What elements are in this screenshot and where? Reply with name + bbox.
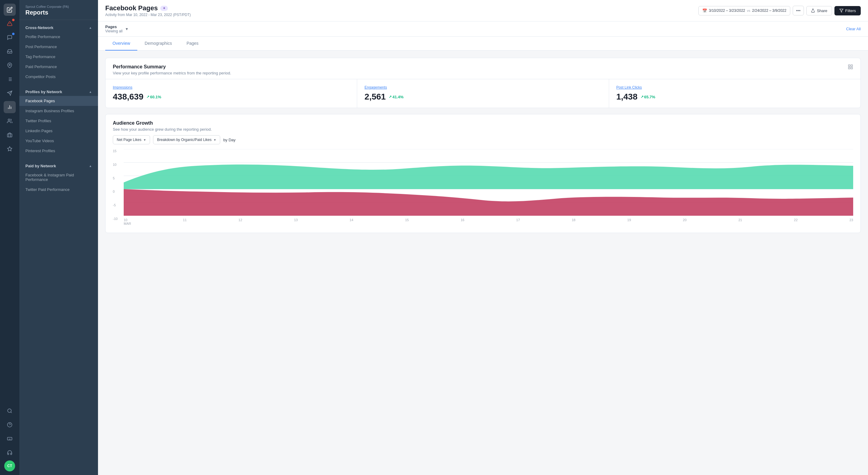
vs-label: vs <box>747 9 750 12</box>
y-label-5: 5 <box>113 176 122 180</box>
sidebar-item-twitter-paid[interactable]: Twitter Paid Performance <box>19 184 98 195</box>
date-range-text: 3/10/2022 – 3/23/2022 <box>709 8 745 13</box>
sidebar-item-linkedin-pages[interactable]: LinkedIn Pages <box>19 126 98 136</box>
breakdown-select-label: Breakdown by Organic/Paid Likes <box>157 138 211 142</box>
share-icon <box>811 8 815 13</box>
sidebar-item-pinterest-profiles[interactable]: Pinterest Profiles <box>19 146 98 156</box>
content-area: Performance Summary View your key profil… <box>98 51 868 475</box>
tasks-icon[interactable] <box>4 73 16 85</box>
engagements-value-row: 2,561 41.4% <box>365 92 601 102</box>
more-button[interactable]: ••• <box>793 6 804 16</box>
engagements-metric: Engagements 2,561 41.4% <box>357 79 609 108</box>
tab-overview[interactable]: Overview <box>105 37 137 51</box>
x-label-17: 17 <box>516 218 520 226</box>
filters-label: Filters <box>845 8 856 13</box>
send-icon[interactable] <box>4 87 16 99</box>
tab-demographics[interactable]: Demographics <box>137 37 179 51</box>
chart-svg-wrap <box>124 149 853 217</box>
x-label-20: 20 <box>683 218 686 226</box>
sidebar-item-profile-performance[interactable]: Profile Performance <box>19 32 98 42</box>
svg-rect-24 <box>848 65 850 66</box>
sidebar-header: Sprout Coffee Corporate (PA) Reports <box>19 0 98 20</box>
post-link-clicks-value-row: 1,438 65.7% <box>616 92 853 102</box>
cross-network-header[interactable]: Cross-Network ▲ <box>19 22 98 32</box>
engagements-change: 41.4% <box>389 95 403 99</box>
metric-select-label: Net Page Likes <box>117 138 141 142</box>
reports-icon[interactable] <box>4 101 16 113</box>
share-label: Share <box>817 8 828 13</box>
x-label-13: 13 <box>294 218 298 226</box>
alert-icon[interactable] <box>4 18 16 30</box>
groups-icon[interactable] <box>4 115 16 127</box>
support-icon[interactable] <box>4 447 16 459</box>
sidebar-item-youtube-videos[interactable]: YouTube Videos <box>19 136 98 146</box>
svg-marker-23 <box>840 9 843 12</box>
engagements-label[interactable]: Engagements <box>365 85 601 90</box>
profiles-by-network-header[interactable]: Profiles by Network ▲ <box>19 87 98 96</box>
impressions-value-row: 438,639 60.1% <box>113 92 350 102</box>
pages-filter-button[interactable]: Pages Viewing all ▼ <box>105 25 128 33</box>
main-content: Facebook Pages ✦ Activity from Mar 10, 2… <box>98 0 868 475</box>
pins-icon[interactable] <box>4 59 16 71</box>
metrics-row: Impressions 438,639 60.1% Engagements 2,… <box>105 79 861 108</box>
page-title-wrap: Facebook Pages ✦ Activity from Mar 10, 2… <box>105 4 693 17</box>
x-label-19: 19 <box>627 218 631 226</box>
impressions-label[interactable]: Impressions <box>113 85 350 90</box>
inbox-icon[interactable] <box>4 46 16 58</box>
x-label-10: 10MAR <box>124 218 131 226</box>
filters-button[interactable]: Filters <box>834 6 861 16</box>
x-label-11: 11 <box>183 218 187 226</box>
messages-icon[interactable] <box>4 31 16 43</box>
performance-summary-header: Performance Summary View your key profil… <box>105 58 861 79</box>
help-icon[interactable] <box>4 419 16 431</box>
sidebar-item-paid-performance[interactable]: Paid Performance <box>19 62 98 72</box>
search-icon[interactable] <box>4 405 16 417</box>
avatar[interactable]: CT <box>4 461 15 471</box>
icon-rail: CT <box>0 0 19 475</box>
svg-marker-16 <box>7 147 12 151</box>
keyboard-icon[interactable] <box>4 433 16 445</box>
share-button[interactable]: Share <box>806 6 832 16</box>
pages-label: Pages <box>105 25 123 29</box>
svg-point-14 <box>8 119 10 121</box>
chart-area: 15 10 5 0 -5 -10 <box>105 149 861 233</box>
paid-by-network-label: Paid by Network <box>25 164 56 168</box>
date-range-button[interactable]: 📅 3/10/2022 – 3/23/2022 vs 2/24/2022 – 3… <box>698 6 790 16</box>
breakdown-select-arrow: ▼ <box>213 138 216 142</box>
sidebar-item-facebook-pages[interactable]: Facebook Pages <box>19 96 98 106</box>
sidebar-item-twitter-profiles[interactable]: Twitter Profiles <box>19 116 98 126</box>
post-link-clicks-value: 1,438 <box>616 92 638 102</box>
post-link-clicks-label[interactable]: Post Link Clicks <box>616 85 853 90</box>
sidebar-item-competitor-posts[interactable]: Competitor Posts <box>19 72 98 82</box>
performance-summary-title-wrap: Performance Summary View your key profil… <box>113 64 231 75</box>
table-layout-icon[interactable] <box>848 64 853 71</box>
tab-pages[interactable]: Pages <box>179 37 206 51</box>
page-subtitle: Activity from Mar 10, 2022 - Mar 23, 202… <box>105 13 693 17</box>
briefcase-icon[interactable] <box>4 129 16 141</box>
topbar-actions: 📅 3/10/2022 – 3/23/2022 vs 2/24/2022 – 3… <box>698 6 861 16</box>
chart-y-axis: 15 10 5 0 -5 -10 <box>113 149 122 220</box>
sidebar-item-fb-ig-paid[interactable]: Facebook & Instagram Paid Performance <box>19 170 98 184</box>
metric-select-button[interactable]: Net Page Likes ▼ <box>113 135 150 144</box>
sidebar: Sprout Coffee Corporate (PA) Reports Cro… <box>19 0 98 475</box>
audience-growth-subtitle: See how your audience grew during the re… <box>113 127 212 131</box>
topbar: Facebook Pages ✦ Activity from Mar 10, 2… <box>98 0 868 22</box>
compose-icon[interactable] <box>4 4 16 16</box>
profiles-chevron: ▲ <box>89 90 92 93</box>
sidebar-item-post-performance[interactable]: Post Performance <box>19 42 98 52</box>
clear-all-button[interactable]: Clear All <box>846 27 861 31</box>
filter-bar: Pages Viewing all ▼ Clear All <box>98 22 868 37</box>
breakdown-select-button[interactable]: Breakdown by Organic/Paid Likes ▼ <box>153 135 220 144</box>
performance-summary-card: Performance Summary View your key profil… <box>105 58 861 108</box>
page-title: Facebook Pages ✦ <box>105 4 693 12</box>
sidebar-item-instagram-business[interactable]: Instagram Business Profiles <box>19 106 98 116</box>
post-link-clicks-change: 65.7% <box>641 95 655 99</box>
svg-rect-15 <box>7 134 12 137</box>
audience-growth-title-wrap: Audience Growth See how your audience gr… <box>113 120 212 131</box>
cross-network-section: Cross-Network ▲ Profile Performance Post… <box>19 20 98 84</box>
star-icon[interactable] <box>4 143 16 155</box>
paid-by-network-header[interactable]: Paid by Network ▲ <box>19 161 98 170</box>
sidebar-item-tag-performance[interactable]: Tag Performance <box>19 52 98 62</box>
metric-select-arrow: ▼ <box>143 138 146 142</box>
x-label-12: 12 <box>239 218 242 226</box>
